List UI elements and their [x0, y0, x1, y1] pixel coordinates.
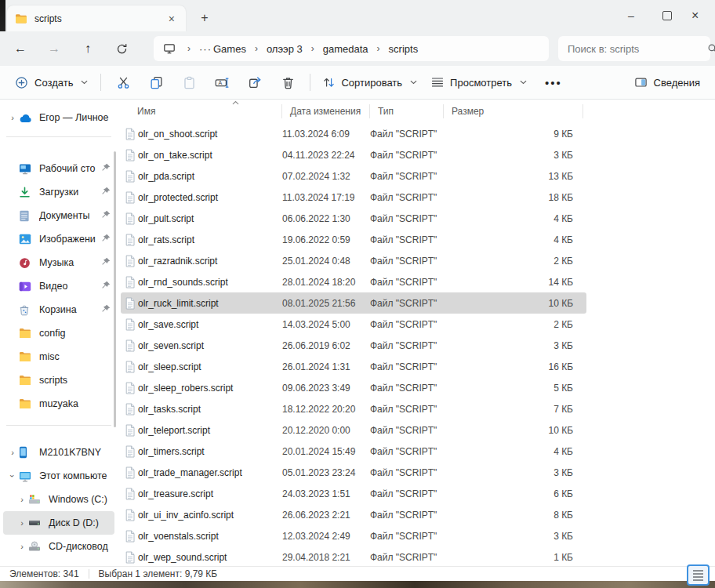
sidebar-item-рабочий-сто[interactable]: Рабочий сто	[3, 157, 114, 180]
table-row[interactable]: olr_timers.script20.01.2024 15:49Файл "S…	[121, 441, 586, 462]
table-row[interactable]: olr_protected.script11.03.2024 17:19Файл…	[121, 187, 586, 208]
table-row[interactable]: olr_pult.script06.06.2022 1:30Файл "SCRI…	[121, 208, 586, 229]
table-row[interactable]: olr_ruck_limit.script08.01.2025 21:56Фай…	[121, 292, 586, 314]
table-row[interactable]: olr_razradnik.script25.01.2024 0:48Файл …	[121, 250, 586, 271]
table-row[interactable]: olr_pda.script07.02.2024 1:32Файл "SCRIP…	[121, 165, 586, 187]
chevron-right-icon[interactable]: ›	[6, 448, 19, 457]
table-row[interactable]: olr_tasks.script18.12.2022 20:20Файл "SC…	[121, 398, 586, 419]
column-header-date[interactable]: Дата изменения	[282, 104, 370, 118]
address-bar: ← → ↑ › ··· Games›олээр 3›gamedata›scrip…	[0, 31, 715, 66]
table-row[interactable]: olr_wep_sound.script29.04.2018 2:21Файл …	[121, 546, 586, 566]
tab-close-icon[interactable]: ×	[165, 13, 178, 25]
sidebar-item-видео[interactable]: Видео	[3, 274, 114, 298]
breadcrumb-crumb[interactable]: scripts	[389, 43, 419, 55]
column-header-name[interactable]: Имя	[121, 104, 282, 118]
table-row[interactable]: olr_trade_manager.script05.01.2023 23:24…	[121, 462, 586, 483]
file-type: Файл "SCRIPT"	[370, 446, 444, 457]
table-row[interactable]: olr_save.script14.03.2024 5:00Файл "SCRI…	[121, 314, 586, 335]
table-row[interactable]: olr_on_take.script04.11.2023 22:24Файл "…	[121, 144, 586, 165]
search-icon[interactable]	[707, 43, 715, 54]
column-header-size[interactable]: Размер	[444, 104, 583, 118]
table-row[interactable]: olr_rats.script19.06.2022 0:59Файл "SCRI…	[121, 229, 586, 250]
forward-button[interactable]: →	[41, 36, 67, 61]
refresh-button[interactable]	[108, 36, 135, 61]
sidebar-item-misc[interactable]: misc	[3, 345, 114, 368]
file-type: Файл "SCRIPT"	[370, 234, 444, 245]
chevron-right-icon[interactable]: ›	[16, 495, 28, 504]
paste-button[interactable]	[172, 70, 205, 95]
script-file-icon	[121, 149, 138, 162]
up-button[interactable]: ↑	[74, 36, 101, 61]
table-row[interactable]: olr_seven.script26.06.2019 6:02Файл "SCR…	[121, 335, 586, 356]
file-type: Файл "SCRIPT"	[370, 404, 444, 415]
copy-button[interactable]	[140, 70, 172, 95]
file-size: 8 КБ	[444, 510, 583, 521]
sidebar-pinned-section: Рабочий стоЗагрузкиДокументыИзображениМу…	[0, 157, 118, 416]
file-name: olr_sleep.script	[138, 361, 282, 372]
chevron-down-icon[interactable]: ›	[6, 471, 19, 481]
close-button[interactable]: ×	[685, 0, 715, 31]
table-row[interactable]: olr_sleep_robers.script09.06.2023 3:49Фа…	[121, 377, 586, 398]
script-file-icon	[121, 170, 138, 183]
delete-button[interactable]	[271, 70, 304, 95]
toolbar-separator	[100, 74, 101, 91]
breadcrumb-sep-icon: ›	[311, 43, 314, 54]
chevron-right-icon[interactable]: ›	[16, 542, 28, 551]
sidebar-item-документы[interactable]: Документы	[3, 204, 114, 227]
details-view-toggle-button[interactable]	[687, 564, 710, 586]
sidebar-item-config[interactable]: config	[3, 321, 114, 345]
table-row[interactable]: olr_sleep.script26.01.2024 1:31Файл "SCR…	[121, 356, 586, 377]
breadcrumb[interactable]: › ··· Games›олээр 3›gamedata›scripts	[154, 36, 549, 61]
items-count: Элементов: 341	[9, 568, 79, 579]
view-button-label: Просмотреть	[450, 77, 512, 89]
sidebar-item-загрузки[interactable]: Загрузки	[3, 180, 114, 204]
sidebar-item-этот-компьюте[interactable]: ›Этот компьюте	[3, 464, 114, 488]
breadcrumb-crumb[interactable]: gamedata	[323, 43, 368, 55]
file-date: 26.06.2019 6:02	[282, 340, 370, 351]
sidebar-item-cd-дисковод[interactable]: ›CD-дисковод	[3, 535, 114, 558]
table-row[interactable]: olr_treasure.script24.03.2023 1:51Файл "…	[121, 483, 586, 504]
search-input[interactable]	[566, 42, 707, 56]
breadcrumb-crumb[interactable]: олээр 3	[267, 43, 303, 55]
cut-button[interactable]	[107, 70, 140, 95]
sidebar-scrollbar[interactable]	[114, 151, 116, 427]
file-date: 26.06.2023 2:21	[282, 510, 370, 521]
search-box[interactable]	[558, 36, 710, 61]
file-type: Файл "SCRIPT"	[370, 277, 444, 288]
sort-button[interactable]: Сортировать	[316, 70, 424, 95]
sidebar-item-scripts[interactable]: scripts	[3, 368, 114, 392]
tab-scripts[interactable]: scripts ×	[7, 5, 186, 31]
table-row[interactable]: olr_teleport.script20.12.2020 0:00Файл "…	[121, 419, 586, 441]
rename-button[interactable]: A	[205, 70, 238, 95]
script-file-icon	[121, 424, 138, 437]
new-tab-button[interactable]: +	[194, 8, 215, 28]
breadcrumb-items: Games›олээр 3›gamedata›scripts	[213, 43, 418, 55]
sidebar-item-диск-d-(d:)[interactable]: ›Диск D (D:)	[3, 511, 114, 535]
sidebar-item-музыка[interactable]: Музыка	[3, 251, 114, 274]
sidebar-item-onedrive[interactable]: › Егор — Личное	[3, 106, 114, 129]
sidebar-item-изображени[interactable]: Изображени	[3, 227, 114, 251]
table-row[interactable]: olr_voenstals.script12.03.2024 2:49Файл …	[121, 525, 586, 546]
sidebar-item-корзина[interactable]: Корзина	[3, 298, 114, 321]
sidebar-item-windows-(c:)[interactable]: ›Windows (C:)	[3, 488, 114, 511]
table-row[interactable]: olr_rnd_sounds.script28.01.2024 18:20Фай…	[121, 271, 586, 292]
back-button[interactable]: ←	[7, 36, 34, 61]
new-button[interactable]: Создать	[8, 70, 95, 95]
view-button[interactable]: Просмотреть	[424, 70, 534, 95]
column-headers: Имя Дата изменения Тип Размер	[121, 100, 715, 123]
minimize-button[interactable]: –	[613, 0, 649, 31]
table-row[interactable]: olr_ui_inv_acinfo.script26.06.2023 2:21Ф…	[121, 504, 586, 525]
sidebar-item-label: CD-дисковод	[49, 541, 114, 552]
breadcrumb-crumb[interactable]: Games	[213, 43, 246, 55]
breadcrumb-overflow[interactable]: ···	[199, 43, 212, 55]
sidebar-item-muzyaka[interactable]: muzyaka	[3, 392, 114, 416]
share-button[interactable]	[238, 70, 271, 95]
table-row[interactable]: olr_on_shoot.script11.03.2024 6:09Файл "…	[121, 123, 586, 144]
column-header-type[interactable]: Тип	[370, 104, 444, 118]
file-size: 14 КБ	[444, 277, 583, 288]
details-pane-button[interactable]: Сведения	[627, 70, 707, 95]
sidebar-item-m2101k7bny[interactable]: ›M2101K7BNY	[3, 441, 114, 464]
maximize-button[interactable]	[649, 0, 685, 31]
chevron-right-icon[interactable]: ›	[16, 518, 28, 528]
more-options-button[interactable]: •••	[534, 76, 573, 89]
